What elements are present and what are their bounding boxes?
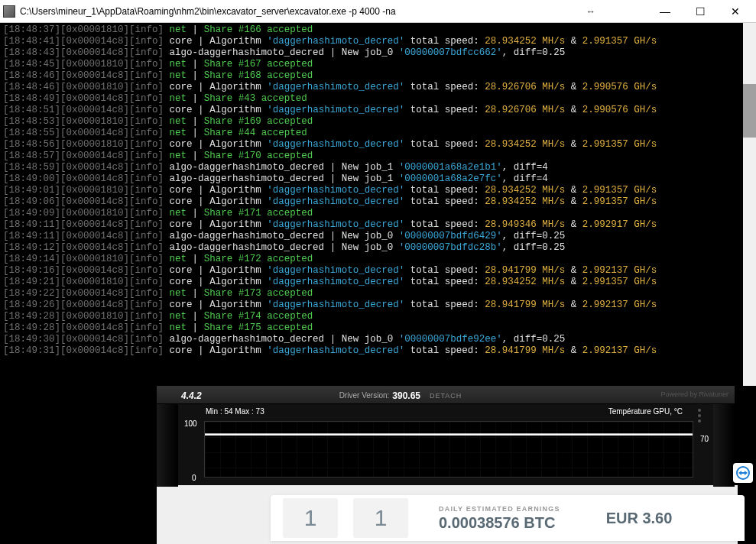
log-line: [18:49:12][0x000014c8][info] algo-dagger… <box>3 242 753 254</box>
earnings-eur: EUR 3.60 <box>606 510 673 527</box>
gpu-side-decoration-right <box>713 404 735 487</box>
log-line: [18:49:28][0x000014c8][info] net | Share… <box>3 322 753 334</box>
drag-indicator-icon: ↔ <box>586 6 595 17</box>
log-line: [18:48:37][0x00001810][info] net | Share… <box>3 24 753 36</box>
log-line: [18:48:56][0x00001810][info] core | Algo… <box>3 139 753 151</box>
powered-by-label: Powered by Rivatuner <box>660 390 728 398</box>
close-button[interactable]: ✕ <box>718 0 753 23</box>
log-line: [18:48:57][0x000014c8][info] net | Share… <box>3 151 753 162</box>
log-line: [18:49:11][0x000014c8][info] algo-dagger… <box>3 231 753 242</box>
log-line: [18:48:55][0x000014c8][info] net | Share… <box>3 128 753 139</box>
gpu-graph-title: Température GPU, °C <box>608 407 683 416</box>
gpu-axis-100: 100 <box>184 419 197 428</box>
log-line: [18:49:06][0x000014c8][info] core | Algo… <box>3 196 753 208</box>
window-title: C:\Users\mineur_1\AppData\Roaming\nhm2\b… <box>20 6 647 17</box>
log-line: [18:49:31][0x000014c8][info] core | Algo… <box>3 345 753 357</box>
scrollbar-thumb[interactable] <box>743 84 756 138</box>
log-line: [18:49:30][0x000014c8][info] algo-dagger… <box>3 334 753 345</box>
log-line: [18:49:14][0x00001810][info] net | Share… <box>3 254 753 265</box>
svg-rect-1 <box>741 472 745 474</box>
log-line: [18:49:09][0x00001810][info] net | Share… <box>3 208 753 219</box>
log-line: [18:48:46][0x000014c8][info] net | Share… <box>3 70 753 82</box>
earnings-card: 1 1 DAILY ESTIMATED EARNINGS 0.00038576 … <box>271 495 745 541</box>
gpu-graph <box>204 421 693 478</box>
teamviewer-icon[interactable] <box>733 463 753 483</box>
window-controls: — ☐ ✕ <box>647 0 753 23</box>
log-line: [18:48:46][0x00001810][info] core | Algo… <box>3 82 753 93</box>
log-line: [18:49:01][0x00001810][info] core | Algo… <box>3 185 753 196</box>
earnings-block: DAILY ESTIMATED EARNINGS 0.00038576 BTC <box>439 505 560 532</box>
gpu-driver-version: 390.65 <box>392 390 420 401</box>
stat-value-2: 1 <box>375 507 388 529</box>
gpu-monitor-panel: 4.4.2 Driver Version: 390.65 DETACH Powe… <box>157 386 735 485</box>
window-titlebar: C:\Users\mineur_1\AppData\Roaming\nhm2\b… <box>0 0 756 23</box>
gpu-graph-area: Min : 54 Max : 73 Température GPU, °C 10… <box>178 404 713 487</box>
console-output: [18:48:37][0x00001810][info] net | Share… <box>0 23 756 386</box>
detach-button[interactable]: DETACH <box>430 392 462 400</box>
log-line: [18:49:11][0x000014c8][info] core | Algo… <box>3 219 753 231</box>
log-line: [18:49:21][0x00001810][info] core | Algo… <box>3 277 753 288</box>
log-line: [18:49:28][0x00001810][info] net | Share… <box>3 311 753 322</box>
gpu-driver-label: Driver Version: <box>339 391 390 400</box>
stat-value-1: 1 <box>304 507 317 529</box>
log-line: [18:49:00][0x000014c8][info] algo-dagger… <box>3 173 753 185</box>
gpu-header: 4.4.2 Driver Version: 390.65 DETACH Powe… <box>157 387 735 404</box>
gpu-axis-70: 70 <box>700 435 709 443</box>
log-line: [18:48:43][0x000014c8][info] algo-dagger… <box>3 47 753 59</box>
log-line: [18:48:41][0x000014c8][info] core | Algo… <box>3 36 753 47</box>
stat-box-1: 1 <box>283 498 338 538</box>
log-line: [18:49:26][0x000014c8][info] core | Algo… <box>3 300 753 311</box>
gpu-menu-dots-icon[interactable] <box>698 409 709 423</box>
gpu-minmax-label: Min : 54 Max : 73 <box>206 407 264 416</box>
log-line: [18:48:59][0x000014c8][info] algo-dagger… <box>3 162 753 173</box>
log-line: [18:48:51][0x000014c8][info] core | Algo… <box>3 105 753 116</box>
log-line: [18:49:16][0x000014c8][info] core | Algo… <box>3 265 753 277</box>
app-icon <box>3 5 15 18</box>
maximize-button[interactable]: ☐ <box>683 0 718 23</box>
minimize-button[interactable]: — <box>647 0 683 23</box>
log-line: [18:49:22][0x000014c8][info] net | Share… <box>3 288 753 300</box>
earnings-label: DAILY ESTIMATED EARNINGS <box>439 505 560 513</box>
gpu-axis-0: 0 <box>192 474 196 482</box>
gpu-side-decoration-left <box>157 404 178 487</box>
earnings-btc: 0.00038576 BTC <box>439 514 560 532</box>
gpu-version: 4.4.2 <box>181 390 202 401</box>
gpu-temperature-line <box>205 434 693 435</box>
vertical-scrollbar[interactable] <box>743 23 756 386</box>
log-line: [18:48:53][0x00001810][info] net | Share… <box>3 116 753 128</box>
stat-box-2: 1 <box>353 498 408 538</box>
left-panel-dark <box>0 386 157 544</box>
log-line: [18:48:49][0x000014c8][info] net | Share… <box>3 93 753 105</box>
log-line: [18:48:45][0x00001810][info] net | Share… <box>3 59 753 70</box>
